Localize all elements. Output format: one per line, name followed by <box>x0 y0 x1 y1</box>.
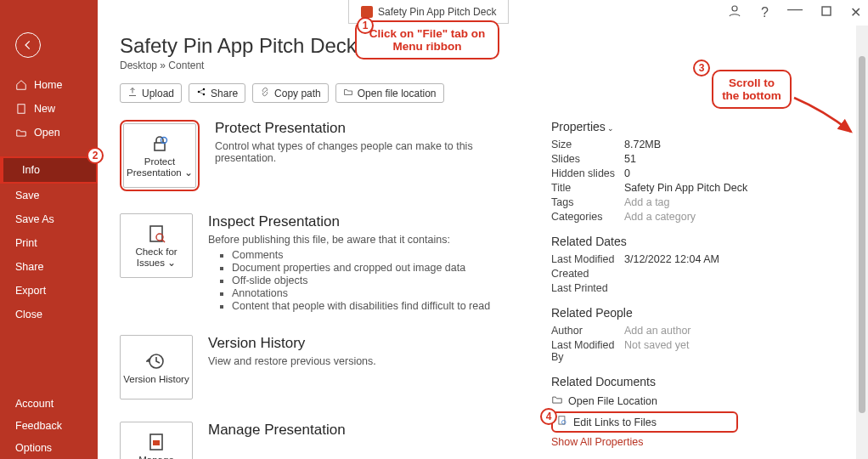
open-file-location-link[interactable]: Open File Location <box>551 394 755 408</box>
annotation-badge-3: 3 <box>693 60 710 76</box>
copy-path-button[interactable]: Copy path <box>252 83 329 103</box>
property-key: Last Printed <box>551 282 624 294</box>
sidebar-item-new[interactable]: New <box>0 97 98 121</box>
protect-presentation-button[interactable]: Protect Presentation ⌄ <box>123 123 196 188</box>
svg-rect-1 <box>822 7 831 15</box>
help-icon[interactable]: ? <box>761 5 769 20</box>
version-history-button[interactable]: Version History <box>120 335 193 400</box>
sidebar-item-share[interactable]: Share <box>0 255 98 279</box>
property-key: Created <box>551 268 624 280</box>
share-icon <box>196 87 206 99</box>
check-for-issues-button[interactable]: Check for Issues ⌄ <box>120 213 193 278</box>
show-all-properties-link[interactable]: Show All Properties <box>551 436 755 448</box>
property-key: Last Modified <box>551 253 624 265</box>
property-row: TagsAdd a tag <box>551 196 755 208</box>
home-icon <box>15 79 27 91</box>
svg-point-14 <box>561 420 566 424</box>
sidebar-item-feedback[interactable]: Feedback <box>0 415 98 437</box>
open-icon <box>15 127 27 139</box>
back-button[interactable] <box>15 32 41 58</box>
link-file-icon <box>556 415 568 429</box>
inspect-icon <box>146 223 166 245</box>
property-value[interactable]: Add an author <box>624 325 691 337</box>
annotation-callout-1: Click on "File" tab on Menu ribbon <box>355 20 499 60</box>
annotation-arrow-3 <box>790 94 858 144</box>
svg-rect-2 <box>18 105 25 114</box>
share-button[interactable]: Share <box>189 83 245 103</box>
scrollbar-thumb[interactable] <box>859 56 865 413</box>
property-row: TitleSafety Pin App Pitch Deck <box>551 182 755 194</box>
manage-presentation-button[interactable]: Manage Presentation ⌄ <box>120 422 193 459</box>
sidebar-item-save[interactable]: Save <box>0 184 98 207</box>
property-value[interactable]: Not saved yet <box>624 339 689 363</box>
property-row: CategoriesAdd a category <box>551 211 755 223</box>
sidebar-item-options[interactable]: Options <box>0 437 98 459</box>
chevron-down-icon: ⌄ <box>167 258 176 268</box>
upload-icon <box>127 87 138 99</box>
list-item: Document properties and cropped out imag… <box>232 262 490 274</box>
property-row: AuthorAdd an author <box>551 325 755 337</box>
sidebar-item-home[interactable]: Home <box>0 73 98 97</box>
account-icon[interactable] <box>727 3 742 21</box>
properties-header[interactable]: Properties⌄ <box>551 120 755 133</box>
maximize-icon[interactable] <box>821 6 831 19</box>
history-icon <box>146 350 166 372</box>
protect-heading: Protect Presentation <box>215 120 536 137</box>
property-value: 51 <box>624 153 636 165</box>
sidebar-item-label: Info <box>22 164 40 176</box>
property-value[interactable]: Add a tag <box>624 196 670 208</box>
property-key: Last Modified By <box>551 339 624 363</box>
sidebar-item-print[interactable]: Print <box>0 231 98 255</box>
sidebar-item-close[interactable]: Close <box>0 303 98 326</box>
inspect-list: Comments Document properties and cropped… <box>208 249 490 312</box>
svg-point-5 <box>203 94 206 96</box>
sidebar-item-account[interactable]: Account <box>0 393 98 415</box>
svg-rect-12 <box>153 440 160 445</box>
related-people-header: Related People <box>551 306 755 320</box>
sidebar-item-export[interactable]: Export <box>0 279 98 303</box>
property-key: Size <box>551 139 624 150</box>
svg-point-4 <box>203 88 206 91</box>
edit-links-to-files-link[interactable]: Edit Links to Files <box>551 411 738 433</box>
property-key: Categories <box>551 211 624 223</box>
svg-point-0 <box>732 6 737 11</box>
sidebar-item-info[interactable]: Info <box>0 156 98 184</box>
property-row: Hidden slides0 <box>551 167 755 179</box>
inspect-heading: Inspect Presentation <box>208 213 490 230</box>
backstage-sidebar: Home New Open Info Save Save As Print Sh… <box>0 0 98 459</box>
property-key: Tags <box>551 196 624 208</box>
close-icon[interactable]: ✕ <box>850 4 861 20</box>
sidebar-item-label: New <box>34 103 55 115</box>
list-item: Annotations <box>232 287 490 299</box>
version-heading: Version History <box>208 335 376 352</box>
related-documents-header: Related Documents <box>551 375 755 388</box>
link-icon <box>260 87 270 99</box>
annotation-badge-4: 4 <box>540 408 557 425</box>
related-dates-header: Related Dates <box>551 235 755 248</box>
folder-icon <box>551 394 563 408</box>
annotation-callout-3: Scroll to the bottom <box>712 70 792 109</box>
minimize-icon[interactable]: — <box>787 0 803 18</box>
upload-button[interactable]: Upload <box>120 83 182 103</box>
chevron-down-icon: ⌄ <box>184 167 193 178</box>
sidebar-item-save-as[interactable]: Save As <box>0 207 98 231</box>
property-key: Author <box>551 325 624 337</box>
property-value: 8.72MB <box>624 139 661 150</box>
sidebar-item-label: Home <box>34 79 62 91</box>
property-key: Hidden slides <box>551 167 624 179</box>
list-item: Content that people with disabilities fi… <box>232 300 490 312</box>
sidebar-item-open[interactable]: Open <box>0 121 98 144</box>
powerpoint-icon <box>361 6 373 18</box>
list-item: Off-slide objects <box>232 275 490 286</box>
open-file-location-button[interactable]: Open file location <box>335 83 444 103</box>
property-value[interactable]: Add a category <box>624 211 696 223</box>
presentation-icon <box>146 431 166 453</box>
protect-desc: Control what types of changes people can… <box>215 140 536 164</box>
property-value: 0 <box>624 167 630 179</box>
new-icon <box>15 103 27 115</box>
vertical-scrollbar[interactable] <box>856 26 868 459</box>
annotation-badge-1: 1 <box>357 17 374 34</box>
inspect-desc: Before publishing this file, be aware th… <box>208 234 490 246</box>
chevron-down-icon: ⌄ <box>607 124 614 133</box>
property-row: Last Printed <box>551 282 755 294</box>
